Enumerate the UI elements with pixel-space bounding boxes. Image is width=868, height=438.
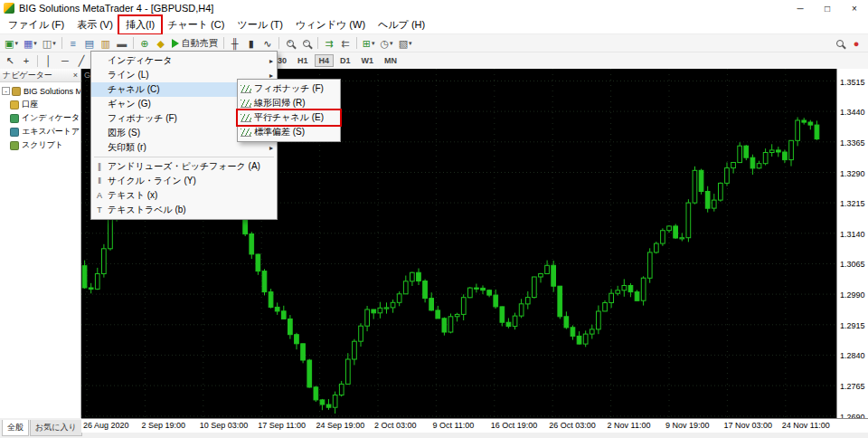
- templates-icon: ▧: [399, 37, 408, 50]
- bottom-tab[interactable]: お気に入り: [30, 420, 82, 436]
- timeframe-mn[interactable]: MN: [380, 54, 401, 67]
- navigator-close-icon[interactable]: ×: [73, 71, 78, 80]
- dropdown-caret-icon: ▾: [52, 40, 56, 47]
- cursor-button[interactable]: ↖: [3, 53, 17, 68]
- channel-glyph-icon: [241, 129, 251, 137]
- dropdown-caret-icon: ▾: [372, 40, 375, 47]
- maximize-button[interactable]: □: [814, 0, 841, 16]
- cursor-icon: ↖: [5, 54, 14, 67]
- indicators-button[interactable]: ⊞▾: [361, 36, 377, 51]
- notifications-button[interactable]: ●: [849, 36, 863, 51]
- menu-separator: [94, 157, 274, 157]
- menubar-item[interactable]: ヘルプ (H): [372, 16, 431, 33]
- tree-expander[interactable]: -: [2, 87, 10, 95]
- chart-windows-button[interactable]: ◫▾: [41, 36, 58, 51]
- menu-item[interactable]: ∥アンドリューズ・ピッチフォーク (A): [91, 159, 277, 174]
- navigator-button[interactable]: ▥: [99, 36, 113, 51]
- chart-shift-button[interactable]: ⇇: [338, 36, 353, 51]
- price-label: 1.3290: [840, 169, 865, 178]
- market-watch-button[interactable]: ≡: [66, 36, 80, 51]
- metaeditor-icon: ◆: [157, 37, 165, 50]
- menu-item[interactable]: インディケータ▸: [91, 53, 277, 68]
- menu-item-label: ギャン (G): [108, 98, 153, 110]
- menu-item[interactable]: Tテキストラベル (b): [91, 203, 277, 217]
- vertical-line-icon: │: [46, 54, 52, 67]
- tree-item-label: 口座: [22, 99, 38, 110]
- menu-item[interactable]: ‖サイクル・ライン (Y): [91, 174, 277, 188]
- timeframe-d1[interactable]: D1: [335, 54, 355, 67]
- navigator-panel: ナビゲーター × -BIG Solutions MT…口座インディケータエキスパ…: [0, 69, 81, 418]
- timeframe-h4[interactable]: H4: [315, 54, 335, 67]
- candlestick-button[interactable]: ▮: [244, 36, 259, 51]
- line-studies-buttons: ↖+│─╱: [2, 53, 90, 68]
- tree-item-label: インディケータ: [22, 112, 80, 124]
- bar-chart-button[interactable]: ╫: [228, 36, 242, 51]
- menu-item-label: インディケータ: [108, 54, 174, 67]
- bottom-tab[interactable]: 全般: [2, 420, 29, 436]
- menu-item[interactable]: 標準偏差 (S): [238, 125, 340, 139]
- menubar-item[interactable]: ファイル (F): [2, 16, 71, 33]
- new-chart-button[interactable]: ▣▾: [3, 36, 20, 51]
- channel-glyph-icon: [241, 114, 251, 122]
- tree-item-scripts[interactable]: スクリプト: [0, 138, 80, 152]
- zoom-out-button[interactable]: −: [299, 36, 314, 51]
- minimize-button[interactable]: ─: [787, 0, 814, 16]
- metaeditor-button[interactable]: ◆: [154, 36, 168, 51]
- stddev-channel-icon: [238, 129, 254, 137]
- tree-item-accounts[interactable]: 口座: [0, 98, 80, 111]
- menubar-item[interactable]: 挿入(I): [119, 16, 161, 33]
- accounts-icon: [10, 100, 19, 110]
- main-toolbar-buttons: ▣▾▦▾◫▾≡▤▥▬⊕◆自動売買╫▮∿+−⇉⇇⊞▾◷▾▧▾: [2, 36, 415, 51]
- cycle-lines-icon: ‖: [91, 176, 108, 186]
- menu-item[interactable]: フィボナッチ (F): [238, 81, 340, 96]
- toolbar-separator: [37, 55, 38, 67]
- line-chart-button[interactable]: ∿: [260, 36, 275, 51]
- tree-item-expert-advisors[interactable]: エキスパートアドバイザ: [0, 125, 80, 138]
- menu-item[interactable]: 線形回帰 (R): [238, 96, 340, 110]
- menu-item[interactable]: 矢印類 (r)▸: [91, 140, 277, 155]
- horizontal-line-button[interactable]: ─: [58, 53, 72, 68]
- date-label: 16 Oct 19:00: [491, 421, 538, 430]
- timeframe-h1[interactable]: H1: [293, 54, 313, 67]
- data-window-icon: ▤: [85, 37, 94, 50]
- trendline-button[interactable]: ╱: [74, 53, 89, 68]
- tree-item-label: スクリプト: [22, 139, 63, 151]
- search-button[interactable]: [833, 36, 847, 51]
- periods-button[interactable]: ◷▾: [379, 36, 395, 51]
- zoom-in-button[interactable]: +: [283, 36, 297, 51]
- menubar-item[interactable]: 表示 (V): [71, 16, 119, 33]
- data-window-button[interactable]: ▤: [82, 36, 97, 51]
- menu-item-label: チャネル (C): [108, 83, 162, 96]
- toolbar-separator: [278, 37, 279, 49]
- profiles-button[interactable]: ▦▾: [22, 36, 39, 51]
- menu-item-label: ライン (L): [108, 69, 151, 81]
- templates-button[interactable]: ▧▾: [397, 36, 414, 51]
- terminal-button[interactable]: ▬: [115, 36, 129, 51]
- menu-item-label: 標準偏差 (S): [254, 126, 307, 138]
- main-toolbar-right: ●: [832, 36, 864, 51]
- auto-trading-button[interactable]: 自動売買: [170, 36, 220, 51]
- price-axis[interactable]: 1.35151.34401.33651.32901.32151.31401.30…: [836, 69, 868, 418]
- price-label: 1.2990: [840, 290, 865, 300]
- close-button[interactable]: ×: [841, 0, 868, 16]
- crosshair-button[interactable]: +: [19, 53, 33, 68]
- candlestick-icon: ▮: [249, 37, 254, 50]
- date-axis[interactable]: 26 Aug 20202 Sep 19:0010 Sep 03:0017 Sep…: [81, 418, 868, 433]
- timeframe-w1[interactable]: W1: [357, 54, 379, 67]
- menu-item[interactable]: Aテキスト (x): [91, 188, 277, 203]
- toolbar-separator: [133, 37, 134, 49]
- text-label-icon: T: [91, 205, 108, 214]
- menubar-item[interactable]: チャート (C): [161, 16, 231, 33]
- menu-item-label: 線形回帰 (R): [254, 97, 307, 110]
- menubar: ファイル (F)表示 (V)挿入(I)チャート (C)ツール (T)ウィンドウ …: [0, 16, 868, 34]
- tree-item-terminal[interactable]: -BIG Solutions MT…: [0, 84, 80, 98]
- vertical-line-button[interactable]: │: [42, 53, 56, 68]
- menu-item[interactable]: 平行チャネル (E): [238, 110, 340, 125]
- menubar-item[interactable]: ウィンドウ (W): [289, 16, 372, 33]
- new-order-button[interactable]: ⊕: [137, 36, 152, 51]
- tree-item-indicators[interactable]: インディケータ: [0, 111, 80, 125]
- auto-scroll-button[interactable]: ⇉: [322, 36, 336, 51]
- channel-glyph-icon: [241, 100, 251, 108]
- menubar-item[interactable]: ツール (T): [231, 16, 289, 33]
- bar-chart-icon: ╫: [231, 37, 239, 50]
